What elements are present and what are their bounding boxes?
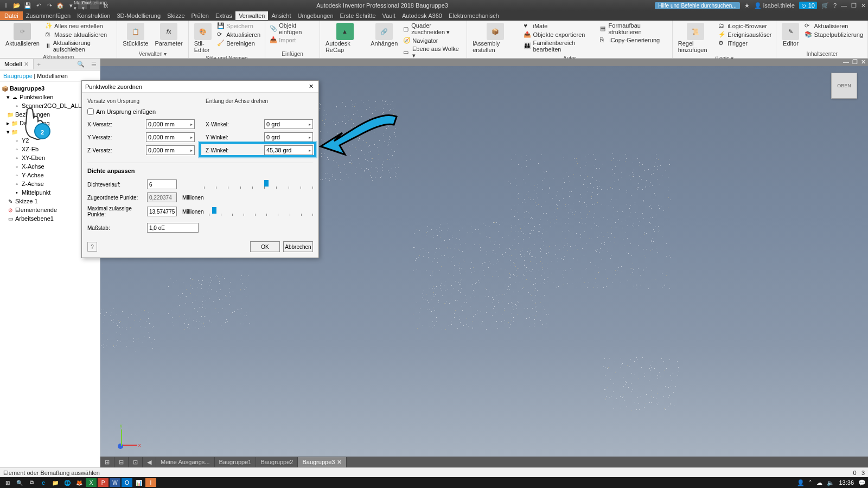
appearance-dropdown[interactable]: Darstellung ▾	[90, 2, 99, 9]
save-icon[interactable]: 💾	[24, 2, 31, 9]
ribbon-aufschieben[interactable]: ⏸Aktualisierung aufschieben	[44, 39, 113, 53]
z-angle-input[interactable]: 45,38 grd▸	[264, 145, 313, 155]
ribbon-bereinigen[interactable]: 🧹Bereinigen	[216, 39, 261, 48]
search-icon[interactable]: 🔍	[14, 478, 25, 487]
word-icon[interactable]: W	[110, 478, 120, 487]
ribbon-export-obj[interactable]: 📤Objekte exportieren	[522, 30, 597, 39]
menu-pruefen[interactable]: Prüfen	[188, 11, 212, 20]
redo-icon[interactable]: ↷	[46, 2, 53, 9]
tray-net-icon[interactable]: 🔈	[827, 479, 834, 486]
menu-konstruktion[interactable]: Konstruktion	[74, 11, 113, 20]
subtab-modellieren[interactable]: Modellieren	[37, 73, 68, 79]
vt-icon2[interactable]: ⊟	[114, 457, 129, 467]
browser-tab-modell[interactable]: Modell✕	[0, 59, 34, 69]
ribbon-objekt-einfuegen[interactable]: 📎Objekt einfügen	[269, 22, 316, 36]
open-icon[interactable]: 📂	[13, 2, 21, 9]
vt-ausgang[interactable]: Meine Ausgangs...	[156, 457, 215, 467]
app-icon[interactable]: 📊	[133, 478, 144, 487]
y-offset-input[interactable]: 0,000 mm▸	[146, 132, 195, 142]
ribbon-masse[interactable]: ⚖Masse aktualisieren	[44, 30, 113, 39]
minimize-icon[interactable]: —	[841, 2, 847, 9]
ribbon-formaufbau[interactable]: ▤Formaufbau strukturieren	[599, 22, 669, 36]
menu-ansicht[interactable]: Ansicht	[268, 11, 294, 20]
close-icon[interactable]: ✕	[861, 2, 866, 9]
vt-icon1[interactable]: ⊞	[100, 457, 114, 467]
max-input[interactable]	[147, 207, 177, 216]
help-icon[interactable]: ?	[833, 2, 837, 9]
ribbon-itrigger[interactable]: ⚙iTrigger	[717, 39, 773, 48]
browser-add-tab[interactable]: +	[34, 60, 43, 69]
outlook-icon[interactable]: O	[122, 478, 132, 487]
cart-icon[interactable]: 🛒	[821, 2, 829, 9]
viewcube[interactable]: OBEN	[831, 73, 857, 99]
menu-verwalten[interactable]: Verwalten	[235, 11, 268, 20]
ribbon-aktualisieren-ic[interactable]: ⟳Aktualisieren	[803, 22, 864, 30]
tray-people-icon[interactable]: 👤	[797, 479, 805, 486]
clock[interactable]: 13:36	[839, 479, 854, 486]
restore-icon[interactable]: ❐	[851, 2, 857, 9]
x-angle-input[interactable]: 0 grd▸	[264, 119, 313, 129]
menu-zusammenfuegen[interactable]: Zusammenfügen	[23, 11, 74, 20]
ribbon-stueckliste[interactable]: 📋Stückliste	[120, 22, 150, 48]
density-slider[interactable]	[204, 180, 313, 189]
ribbon-aktualisieren-big[interactable]: ⟳Aktualisieren	[3, 22, 42, 53]
dialog-close-icon[interactable]: ✕	[307, 82, 315, 91]
ribbon-anhaengen[interactable]: 🔗Anhängen	[368, 22, 400, 60]
vt-icon4[interactable]: ◀	[143, 457, 156, 467]
menu-elektro[interactable]: Elektromechanisch	[445, 11, 502, 20]
notification-badge[interactable]: ⏲ 10	[799, 2, 817, 9]
menu-3d[interactable]: 3D-Modellierung	[113, 11, 164, 20]
undo-icon[interactable]: ↶	[35, 2, 42, 9]
firefox-icon[interactable]: 🦊	[74, 478, 85, 487]
x-offset-input[interactable]: 0,000 mm▸	[146, 119, 195, 129]
density-input[interactable]	[147, 179, 177, 189]
chrome-icon[interactable]: 🌐	[62, 478, 73, 487]
subtab-baugruppe[interactable]: Baugruppe	[3, 73, 33, 79]
ppt-icon[interactable]: P	[98, 478, 108, 487]
ribbon-familie[interactable]: 👪Familienbereich bearbeiten	[522, 39, 597, 53]
ribbon-regel[interactable]: 📜Regel hinzufügen	[676, 22, 715, 54]
max-slider[interactable]	[209, 207, 313, 216]
search-icon[interactable]: 🔍	[74, 59, 88, 69]
help-search[interactable]: Hilfe und Befehle durchsuchen...	[655, 2, 740, 9]
vt-bg1[interactable]: Baugruppe1	[215, 457, 257, 467]
origin-checkbox[interactable]: Am Ursprung einfügen	[87, 108, 195, 115]
ribbon-ereignis[interactable]: ⚡Ereignisauslöser	[717, 30, 773, 39]
ribbon-ilogic-browser[interactable]: 🗂iLogic-Browser	[717, 22, 773, 30]
y-angle-input[interactable]: 0 grd▸	[264, 132, 313, 142]
menu-a360[interactable]: Autodesk A360	[399, 11, 445, 20]
close-icon[interactable]: ✕	[24, 61, 29, 67]
notif-icon[interactable]: 💬	[858, 479, 866, 486]
home-icon[interactable]: 🏠	[56, 2, 64, 9]
fx-icon[interactable]: fx	[102, 2, 110, 9]
menu-umgebungen[interactable]: Umgebungen	[295, 11, 337, 20]
menu-erste[interactable]: Erste Schritte	[337, 11, 379, 20]
menu-icon[interactable]: ☰	[88, 59, 100, 69]
edge-icon[interactable]: e	[38, 478, 49, 487]
ribbon-aktualisieren-stil[interactable]: ⟳Aktualisieren	[216, 30, 261, 39]
ribbon-navigator[interactable]: 🧭Navigator	[402, 36, 463, 45]
ribbon-quader[interactable]: ▢Quader zuschneiden ▾	[402, 22, 463, 36]
tray-cloud-icon[interactable]: ☁	[816, 479, 822, 486]
ribbon-stileditor[interactable]: 🎨Stil-Editor	[192, 22, 214, 54]
ribbon-editor[interactable]: ✎Editor	[780, 22, 801, 48]
user-label[interactable]: 👤 isabel.thiele	[754, 2, 795, 9]
menu-extras[interactable]: Extras	[212, 11, 235, 20]
menu-skizze[interactable]: Skizze	[164, 11, 188, 20]
ribbon-stapel[interactable]: 📚Stapelpublizierung	[803, 30, 864, 39]
ribbon-iassembly[interactable]: 📦iAssembly erstellen	[470, 22, 520, 54]
tray-up-icon[interactable]: ˄	[809, 479, 812, 486]
vt-bg3[interactable]: Baugruppe3✕	[298, 457, 347, 467]
file-menu[interactable]: Datei	[0, 11, 23, 20]
z-offset-input[interactable]: 0,000 mm▸	[146, 145, 195, 155]
star-icon[interactable]: ★	[744, 2, 750, 9]
ok-button[interactable]: OK	[250, 241, 280, 252]
explorer-icon[interactable]: 📁	[50, 478, 61, 487]
dialog-help-icon[interactable]: ?	[87, 242, 97, 252]
ribbon-icopy[interactable]: ⎘iCopy-Generierung	[599, 36, 669, 44]
ribbon-parameter[interactable]: fxParameter	[152, 22, 184, 48]
ribbon-ebene-wolke[interactable]: ▭Ebene aus Wolke ▾	[402, 45, 463, 60]
start-icon[interactable]: ⊞	[2, 478, 13, 487]
taskview-icon[interactable]: ⧉	[26, 478, 37, 487]
menu-vault[interactable]: Vault	[379, 11, 399, 20]
